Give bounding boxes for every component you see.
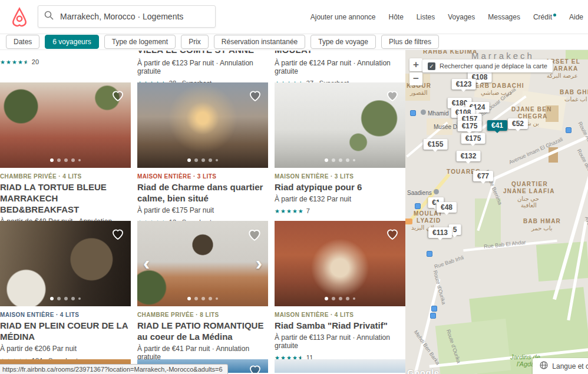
listing-card[interactable]: ★★★★★★20 xyxy=(0,51,131,82)
transit-station-icon[interactable] xyxy=(430,313,436,319)
listing-card[interactable]: ‹ › CHAMBRE PRIVÉE · 8 LITS RIAD LE PATI… xyxy=(137,221,268,359)
photo-pagination-dots[interactable] xyxy=(0,158,131,162)
transit-station-icon[interactable] xyxy=(566,127,572,133)
heart-icon[interactable] xyxy=(385,227,399,241)
pagination-dot[interactable] xyxy=(201,158,205,162)
checkbox-checked-icon[interactable]: ✓ xyxy=(428,62,435,70)
listing-title[interactable]: RIAD EN PLEIN COEUR DE LA MÉDINA xyxy=(0,320,131,342)
listing-card[interactable]: MAISON ENTIÈRE · 4 LITS RIAD EN PLEIN CO… xyxy=(0,221,131,359)
listing-photo[interactable] xyxy=(137,82,268,168)
photo-next-arrow[interactable]: › xyxy=(256,253,262,273)
transit-station-icon[interactable] xyxy=(431,306,437,312)
listing-title[interactable]: RIAD LA TORTUE BLEUE MARRAKECH BED&BREAK… xyxy=(0,181,131,215)
pagination-dot[interactable] xyxy=(71,297,75,300)
pagination-dot[interactable] xyxy=(194,297,198,300)
pagination-dot[interactable] xyxy=(194,158,198,162)
nav-host[interactable]: Hôte xyxy=(388,13,403,21)
filter-trip-type[interactable]: Type de voyage xyxy=(310,35,376,49)
filter-guests[interactable]: 6 voyageurs xyxy=(45,35,98,49)
poi-icon[interactable] xyxy=(434,189,439,194)
map-price-pin[interactable]: €175 xyxy=(461,133,485,144)
pagination-dot[interactable] xyxy=(353,159,355,161)
listing-photo[interactable]: ‹ › xyxy=(137,221,268,306)
map-price-pin[interactable]: €113 xyxy=(428,227,452,238)
photo-pagination-dots[interactable] xyxy=(275,297,405,300)
pagination-dot[interactable] xyxy=(78,297,81,300)
map-price-pin[interactable]: €48 xyxy=(437,202,457,213)
nav-add-listing[interactable]: Ajouter une annonce xyxy=(310,13,376,21)
heart-icon[interactable] xyxy=(248,88,262,102)
transit-station-icon[interactable] xyxy=(415,203,421,209)
photo-prev-arrow[interactable]: ‹ xyxy=(143,253,150,273)
nav-messages[interactable]: Messages xyxy=(488,13,520,21)
zoom-out-button[interactable]: − xyxy=(409,72,422,85)
pagination-dot[interactable] xyxy=(50,297,54,300)
heart-icon[interactable] xyxy=(247,227,262,242)
pagination-dot[interactable] xyxy=(209,158,212,162)
listing-title[interactable]: Riad de Charme dans quartier calme, bien… xyxy=(137,181,268,204)
pagination-dot[interactable] xyxy=(353,297,355,300)
listing-photo[interactable] xyxy=(0,221,131,306)
photo-pagination-dots[interactable] xyxy=(275,158,405,162)
pagination-dot[interactable] xyxy=(64,158,68,162)
listing-title[interactable]: Riad atypique pour 6 xyxy=(275,181,405,193)
nav-trips[interactable]: Voyages xyxy=(448,13,475,21)
filter-more[interactable]: Plus de filtres xyxy=(381,35,439,49)
pagination-dot[interactable] xyxy=(332,297,335,300)
listing-card[interactable]: MAISON ENTIÈRE · 3 LITS Riad atypique po… xyxy=(275,82,405,221)
map-price-pin[interactable]: €52 xyxy=(508,118,528,129)
pagination-dot[interactable] xyxy=(325,158,328,162)
transit-station-icon[interactable] xyxy=(427,251,432,257)
pagination-dot[interactable] xyxy=(216,159,218,161)
poi-icon[interactable] xyxy=(421,110,426,115)
listing-title[interactable]: RIAD LE PATIO ROMANTIQUE au coeur de La … xyxy=(137,320,268,342)
listing-card[interactable]: VILLA LE COMTE ST ANNE À partir de €123 … xyxy=(137,51,268,82)
pagination-dot[interactable] xyxy=(50,158,54,162)
map-price-pin[interactable]: €175 xyxy=(458,121,482,131)
listing-card[interactable]: MAISON ENTIÈRE · 4 LITS Riad Samba "Riad… xyxy=(275,221,405,359)
filter-dates[interactable]: Dates xyxy=(6,35,39,49)
pagination-dot[interactable] xyxy=(346,297,349,300)
listing-card[interactable]: MAISON ENTIÈRE · 3 LITS Riad de Charme d… xyxy=(137,82,268,221)
listing-photo[interactable] xyxy=(275,82,405,168)
nav-credit[interactable]: Crédit xyxy=(533,13,556,21)
pagination-dot[interactable] xyxy=(71,158,75,162)
nav-lists[interactable]: Listes xyxy=(417,13,435,21)
pagination-dot[interactable] xyxy=(325,297,328,300)
pagination-dot[interactable] xyxy=(78,159,81,161)
heart-icon[interactable] xyxy=(111,88,125,102)
heart-icon[interactable] xyxy=(111,227,125,241)
listing-card[interactable]: CHAMBRE PRIVÉE · 4 LITS RIAD LA TORTUE B… xyxy=(0,82,131,221)
photo-pagination-dots[interactable] xyxy=(137,297,268,300)
map-price-pin[interactable]: €155 xyxy=(424,139,448,150)
nav-help[interactable]: Aide xyxy=(569,13,583,21)
heart-icon[interactable] xyxy=(385,88,399,102)
pagination-dot[interactable] xyxy=(339,297,342,300)
search-box[interactable] xyxy=(38,5,216,28)
map-search-toggle[interactable]: ✓ Rechercher quand je déplace la carte xyxy=(422,59,553,72)
pagination-dot[interactable] xyxy=(64,297,68,300)
pagination-dot[interactable] xyxy=(57,297,61,300)
pagination-dot[interactable] xyxy=(57,158,61,162)
pagination-dot[interactable] xyxy=(209,297,212,300)
filter-room-type[interactable]: Type de logement xyxy=(104,35,176,49)
listing-photo[interactable] xyxy=(275,221,405,306)
photo-pagination-dots[interactable] xyxy=(0,297,131,300)
photo-pagination-dots[interactable] xyxy=(137,158,268,162)
search-input[interactable] xyxy=(59,11,209,22)
heart-icon[interactable] xyxy=(248,363,262,373)
pagination-dot[interactable] xyxy=(187,297,191,300)
pagination-dot[interactable] xyxy=(339,158,342,162)
airbnb-logo-icon[interactable] xyxy=(9,6,29,30)
pagination-dot[interactable] xyxy=(346,158,349,162)
pagination-dot[interactable] xyxy=(187,158,191,162)
listing-photo[interactable] xyxy=(275,359,405,373)
map-price-pin[interactable]: €77 xyxy=(473,171,493,181)
zoom-in-button[interactable]: + xyxy=(409,58,422,71)
language-button[interactable]: Langue et c xyxy=(533,358,588,374)
map-price-pin[interactable]: €123 xyxy=(452,79,476,90)
pagination-dot[interactable] xyxy=(332,158,335,162)
listing-title[interactable]: Riad Samba "Riad Privatif" xyxy=(275,320,405,331)
listing-card[interactable]: MOULAY À partir de €124 Par nuit · Annul… xyxy=(275,51,405,82)
transit-station-icon[interactable] xyxy=(410,110,416,116)
